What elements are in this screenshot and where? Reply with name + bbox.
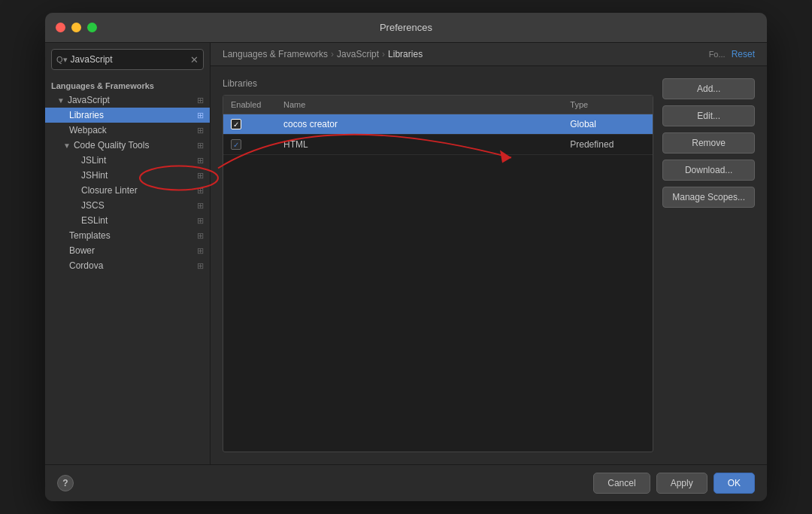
cancel-button[interactable]: Cancel [593,473,650,494]
right-panel: Languages & Frameworks › JavaScript › Li… [211,43,767,464]
copy-icon: ⊞ [197,186,204,196]
copy-icon: ⊞ [197,231,204,241]
search-clear-icon[interactable]: ✕ [190,54,198,65]
section-label: Languages & Frameworks [51,81,154,90]
table-row[interactable]: ✓ cocos creator Global [223,114,653,135]
bottom-bar: ? Cancel Apply OK [45,464,767,501]
webpack-label: Webpack [69,125,107,135]
cell-enabled-2: ✓ [223,135,276,154]
window-title: Preferences [380,22,432,33]
sidebar-item-javascript[interactable]: ▼ JavaScript ⊞ [45,93,210,108]
copy-icon: ⊞ [197,201,204,211]
search-icon: Q▾ [56,55,68,65]
main-content: Q▾ ✕ Languages & Frameworks ▼ JavaScript… [45,43,767,464]
copy-icon: ⊞ [197,141,204,151]
copy-icon: ⊞ [197,96,204,105]
table-row[interactable]: ✓ HTML Predefined [223,135,653,155]
close-button[interactable] [56,23,65,32]
bottom-buttons: Cancel Apply OK [593,473,755,494]
section-title: Libraries [223,78,653,89]
maximize-button[interactable] [87,23,97,32]
jscs-label: JSCS [81,200,105,211]
breadcrumb-part-1: Languages & Frameworks [223,49,328,59]
cordova-label: Cordova [69,260,103,271]
expand-arrow-icon: ▼ [57,96,65,105]
col-header-name: Name [276,96,562,114]
search-input[interactable] [71,54,190,65]
sidebar-item-closure-linter[interactable]: Closure Linter ⊞ [45,183,210,198]
manage-scopes-button[interactable]: Manage Scopes... [662,187,755,208]
code-quality-label: Code Quality Tools [74,140,150,151]
edit-button[interactable]: Edit... [662,105,755,126]
breadcrumb: Languages & Frameworks › JavaScript › Li… [211,43,767,66]
ok-button[interactable]: OK [714,473,755,494]
sidebar-item-eslint[interactable]: ESLint ⊞ [45,213,210,228]
sidebar-item-code-quality-tools[interactable]: ▼ Code Quality Tools ⊞ [45,138,210,153]
breadcrumb-sep-2: › [382,49,385,59]
sidebar: Q▾ ✕ Languages & Frameworks ▼ JavaScript… [45,43,211,464]
add-button[interactable]: Add... [662,78,755,99]
copy-icon: ⊞ [197,261,204,271]
sidebar-item-cordova[interactable]: Cordova ⊞ [45,258,210,273]
bower-label: Bower [69,245,95,256]
copy-icon: ⊞ [197,171,204,181]
titlebar: Preferences [45,13,767,43]
sidebar-item-libraries[interactable]: Libraries ⊞ [45,108,210,123]
table-body: ✓ cocos creator Global ✓ HTML [223,114,653,155]
col-header-type: Type [562,96,653,114]
breadcrumb-sep-1: › [331,49,334,59]
sidebar-item-languages-frameworks[interactable]: Languages & Frameworks [45,79,210,93]
templates-label: Templates [69,230,111,241]
breadcrumb-part-2: JavaScript [337,49,379,59]
copy-icon: ⊞ [197,246,204,256]
checkbox-2[interactable]: ✓ [231,139,241,150]
sidebar-item-webpack[interactable]: Webpack ⊞ [45,123,210,138]
search-bar[interactable]: Q▾ ✕ [51,49,204,70]
cell-name-2: HTML [276,135,562,154]
breadcrumb-part-3: Libraries [388,49,423,59]
col-header-enabled: Enabled [223,96,276,114]
cell-type-2: Predefined [562,135,653,154]
sidebar-item-templates[interactable]: Templates ⊞ [45,228,210,243]
sidebar-item-jslint[interactable]: JSLint ⊞ [45,153,210,168]
copy-icon: ⊞ [197,111,204,120]
expand-arrow-icon: ▼ [63,141,71,150]
checkbox-1[interactable]: ✓ [231,119,241,129]
sidebar-item-jscs[interactable]: JSCS ⊞ [45,198,210,213]
preferences-window: Preferences Q▾ ✕ Languages & Frameworks … [45,13,767,501]
libraries-section: Libraries Enabled Name Type ✓ [223,78,653,452]
download-button[interactable]: Download... [662,160,755,181]
eslint-label: ESLint [81,215,108,226]
closure-linter-label: Closure Linter [81,185,138,196]
libraries-table: Enabled Name Type ✓ cocos creator [223,95,653,452]
copy-icon: ⊞ [197,126,204,135]
window-controls [56,23,97,32]
minimize-button[interactable] [71,23,81,32]
copy-icon: ⊞ [197,216,204,226]
reset-link[interactable]: Reset [732,49,755,59]
apply-button[interactable]: Apply [656,473,707,494]
table-header: Enabled Name Type [223,96,653,114]
cell-enabled-1: ✓ [223,114,276,134]
sidebar-item-jshint[interactable]: JSHint ⊞ [45,168,210,183]
sidebar-tree: Languages & Frameworks ▼ JavaScript ⊞ Li… [45,76,210,464]
buttons-panel: Add... Edit... Remove Download... Manage… [662,78,755,452]
sidebar-item-bower[interactable]: Bower ⊞ [45,243,210,258]
folder-icon: Fo... [709,50,726,59]
copy-icon: ⊞ [197,156,204,166]
help-button[interactable]: ? [57,475,74,491]
javascript-label: JavaScript [68,95,110,105]
remove-button[interactable]: Remove [662,132,755,154]
panel-content: Libraries Enabled Name Type ✓ [211,66,767,464]
jslint-label: JSLint [81,155,106,166]
cell-name-1: cocos creator [276,114,562,134]
cell-type-1: Global [562,114,653,134]
libraries-label: Libraries [69,110,104,120]
jshint-label: JSHint [81,170,108,181]
